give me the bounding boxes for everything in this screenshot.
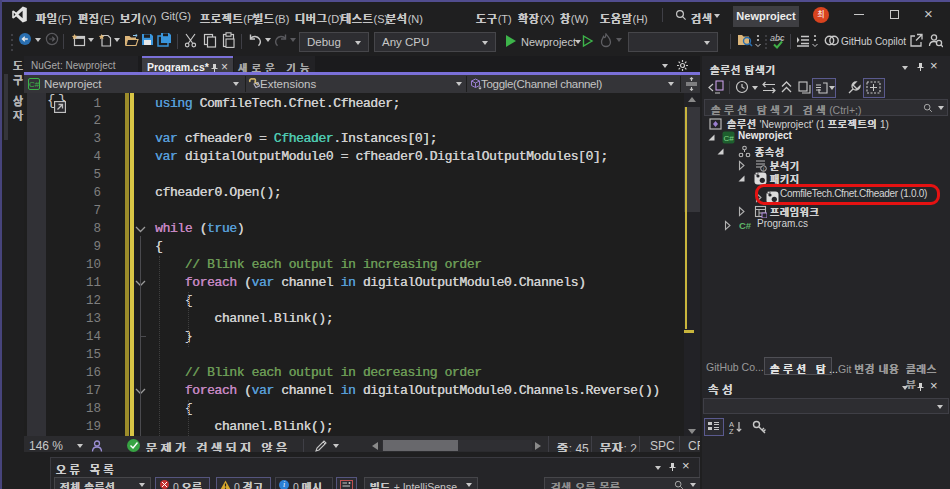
svg-text:C#: C# bbox=[29, 80, 40, 89]
svg-text:C#: C# bbox=[739, 220, 752, 231]
svg-text:C#: C# bbox=[723, 134, 734, 143]
svg-text:Z: Z bbox=[729, 427, 734, 434]
